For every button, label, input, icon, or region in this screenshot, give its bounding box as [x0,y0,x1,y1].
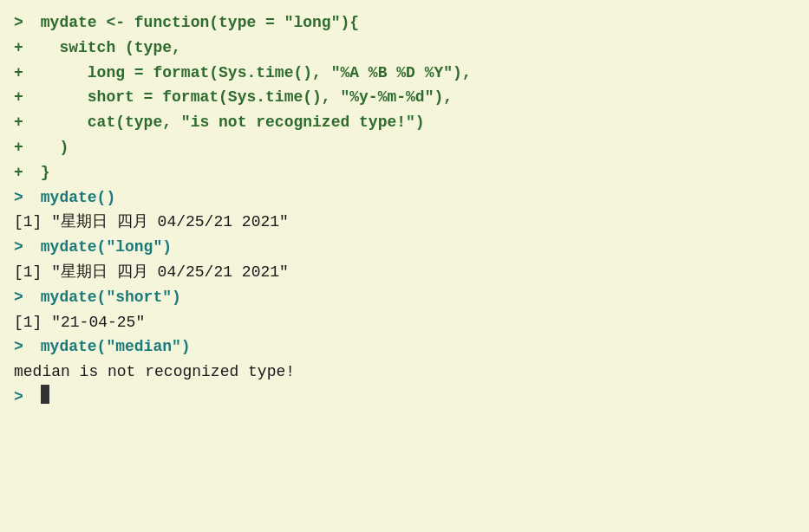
code-content-14: mydate("median") [31,334,191,360]
input-line-16[interactable]: > [14,385,795,410]
output-bracket-9: [1] [14,210,42,235]
output-line-11: [1] "星期日 四月 04/25/21 2021" [14,260,795,285]
prompt-2: + [14,36,31,61]
code-content-2: switch (type, [31,36,181,61]
prompt-16: > [14,385,31,410]
prompt-4: + [14,85,31,110]
output-line-15: median is not recognized type! [14,360,795,385]
output-line-13: [1] "21-04-25" [14,310,795,335]
code-line-6: + ) [14,135,795,160]
code-content-7: } [31,160,50,185]
prompt-7: + [14,160,31,185]
output-content-13: "21-04-25" [42,310,145,335]
code-line-12: > mydate("short") [14,285,795,310]
code-content-10: mydate("long") [31,235,172,260]
code-content-1: mydate <- function(type = "long"){ [31,10,359,36]
output-content-15: median is not recognized type! [14,360,295,385]
code-line-3: + long = format(Sys.time(), "%A %B %D %Y… [14,61,795,86]
code-line-2: + switch (type, [14,36,795,61]
code-content-6: ) [31,135,69,160]
code-line-14: > mydate("median") [14,334,795,360]
code-line-1: > mydate <- function(type = "long"){ [14,10,795,36]
prompt-1: > [14,10,31,36]
prompt-3: + [14,61,31,86]
r-console: > mydate <- function(type = "long"){ + s… [0,0,809,532]
output-line-9: [1] "星期日 四月 04/25/21 2021" [14,210,795,235]
code-content-12: mydate("short") [31,285,181,310]
prompt-12: > [14,285,31,310]
code-line-5: + cat(type, "is not recognized type!") [14,110,795,135]
code-content-8: mydate() [31,185,115,211]
output-content-9: "星期日 四月 04/25/21 2021" [42,210,288,235]
code-content-5: cat(type, "is not recognized type!") [31,110,425,135]
prompt-8: > [14,185,31,211]
code-line-10: > mydate("long") [14,235,795,260]
active-input[interactable] [31,385,41,410]
code-line-4: + short = format(Sys.time(), "%y-%m-%d")… [14,85,795,110]
code-content-3: long = format(Sys.time(), "%A %B %D %Y")… [31,61,472,86]
code-line-7: + } [14,160,795,185]
prompt-5: + [14,110,31,135]
prompt-6: + [14,135,31,160]
output-bracket-13: [1] [14,310,42,335]
cursor-blink [41,385,49,404]
output-bracket-11: [1] [14,260,42,285]
output-content-11: "星期日 四月 04/25/21 2021" [42,260,288,285]
prompt-14: > [14,334,31,360]
code-content-4: short = format(Sys.time(), "%y-%m-%d"), [31,85,453,110]
code-line-8: > mydate() [14,185,795,211]
prompt-10: > [14,235,31,260]
